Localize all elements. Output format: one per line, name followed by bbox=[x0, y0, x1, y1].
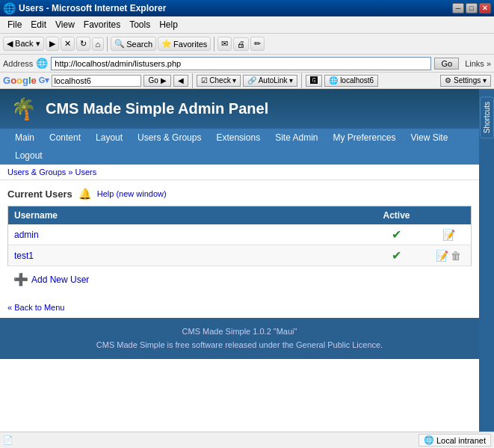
current-users-heading: Current Users bbox=[7, 188, 72, 200]
table-row: test1 ✔ 📝 🗑 bbox=[8, 245, 472, 266]
menu-bar: File Edit View Favorites Tools Help bbox=[0, 16, 494, 34]
active-cell-admin: ✔ bbox=[367, 224, 427, 245]
breadcrumb-separator: » bbox=[68, 168, 75, 177]
nav-users-groups[interactable]: Users & Groups bbox=[130, 129, 209, 147]
menu-file[interactable]: File bbox=[3, 18, 26, 31]
home-button[interactable]: ⌂ bbox=[92, 37, 105, 51]
google-g-icon: G▾ bbox=[39, 76, 50, 85]
menu-tools[interactable]: Tools bbox=[125, 18, 155, 31]
stop-button[interactable]: ✕ bbox=[61, 37, 75, 51]
localhost6-button[interactable]: 🌐 localhost6 bbox=[324, 75, 378, 87]
add-user-row: ➕ Add New User bbox=[7, 266, 472, 292]
google-back-button[interactable]: ◀ bbox=[173, 75, 188, 87]
user-link-admin[interactable]: admin bbox=[14, 230, 39, 240]
cms-nav: Main Content Layout Users & Groups Exten… bbox=[0, 129, 479, 165]
help-link[interactable]: Help (new window) bbox=[97, 189, 167, 198]
edit-icon-admin[interactable]: 📝 bbox=[442, 229, 455, 241]
edit-button[interactable]: ✏ bbox=[250, 37, 265, 51]
status-zone: 🌐 Local intranet bbox=[419, 434, 491, 447]
help-icon: 🔔 bbox=[78, 188, 91, 200]
content-area: Current Users 🔔 Help (new window) Userna… bbox=[0, 180, 479, 300]
search-button[interactable]: 🔍 Search bbox=[111, 37, 156, 51]
menu-edit[interactable]: Edit bbox=[26, 18, 51, 31]
mail-button[interactable]: ✉ bbox=[217, 37, 232, 51]
add-new-user-link[interactable]: Add New User bbox=[31, 274, 89, 285]
users-table: Username Active admin ✔ 📝 bbox=[7, 206, 472, 266]
links-label: Links » bbox=[465, 59, 491, 68]
nav-site-admin[interactable]: Site Admin bbox=[268, 129, 325, 147]
table-header-active: Active bbox=[367, 206, 427, 225]
shortcuts-tab[interactable]: Shortcuts bbox=[480, 96, 494, 138]
status-zone-label: Local intranet bbox=[436, 436, 486, 445]
nav-view-site[interactable]: View Site bbox=[404, 129, 456, 147]
toolbar-separator-1 bbox=[107, 37, 108, 52]
print-button[interactable]: 🖨 bbox=[233, 37, 249, 51]
favorites-button[interactable]: ⭐ Favorites bbox=[158, 37, 211, 51]
menu-favorites[interactable]: Favorites bbox=[79, 18, 125, 31]
actions-cell-test1: 📝 🗑 bbox=[427, 245, 472, 266]
status-page-icon: 📄 bbox=[3, 435, 13, 445]
breadcrumb-users: Users bbox=[75, 168, 97, 177]
google-separator-1 bbox=[192, 73, 193, 88]
nav-main[interactable]: Main bbox=[7, 129, 42, 147]
google-separator-2 bbox=[301, 73, 302, 88]
refresh-button[interactable]: ↻ bbox=[76, 37, 90, 51]
minimize-button[interactable]: ─ bbox=[452, 3, 464, 13]
toolbar-separator-2 bbox=[214, 37, 214, 52]
help-suffix: (new window) bbox=[116, 189, 166, 198]
google-search-input[interactable] bbox=[52, 75, 141, 87]
table-header-username: Username bbox=[8, 206, 367, 225]
nav-layout[interactable]: Layout bbox=[88, 129, 130, 147]
nav-content[interactable]: Content bbox=[42, 129, 88, 147]
cms-wrapper: 🌴 CMS Made Simple Admin Panel Main Conte… bbox=[0, 89, 494, 448]
section-header: Current Users 🔔 Help (new window) bbox=[7, 188, 472, 200]
cms-header: 🌴 CMS Made Simple Admin Panel bbox=[0, 89, 479, 129]
footer-line2: CMS Made Simple is free software release… bbox=[7, 339, 472, 352]
close-button[interactable]: ✕ bbox=[479, 3, 491, 13]
window-icon: 🌐 bbox=[3, 2, 16, 14]
delete-icon-test1[interactable]: 🗑 bbox=[451, 250, 461, 262]
google-icon-button[interactable]: 🅶 bbox=[306, 75, 322, 87]
active-cell-test1: ✔ bbox=[367, 245, 427, 266]
nav-my-preferences[interactable]: My Preferences bbox=[326, 129, 404, 147]
username-cell-admin: admin bbox=[8, 224, 367, 245]
breadcrumb-users-groups[interactable]: Users & Groups bbox=[7, 168, 66, 177]
autolink-button[interactable]: 🔗 AutoLink ▾ bbox=[243, 75, 297, 87]
status-left: 📄 bbox=[3, 435, 13, 445]
menu-view[interactable]: View bbox=[51, 18, 79, 31]
table-header-actions bbox=[427, 206, 472, 225]
address-input[interactable] bbox=[51, 57, 431, 70]
google-go-button[interactable]: Go ▶ bbox=[143, 75, 170, 87]
nav-logout[interactable]: Logout bbox=[7, 147, 50, 165]
settings-button[interactable]: ⚙ Settings ▾ bbox=[440, 75, 491, 87]
user-link-test1[interactable]: test1 bbox=[14, 251, 34, 261]
menu-help[interactable]: Help bbox=[155, 18, 182, 31]
back-to-menu-link[interactable]: « Back to Menu bbox=[7, 303, 64, 312]
cms-main-content: 🌴 CMS Made Simple Admin Panel Main Conte… bbox=[0, 89, 479, 448]
google-toolbar: Google G▾ Go ▶ ◀ ☑ Check ▾ 🔗 AutoLink ▾ … bbox=[0, 73, 494, 89]
cms-logo-icon: 🌴 bbox=[10, 96, 37, 121]
back-to-menu: « Back to Menu bbox=[0, 300, 479, 318]
address-icon: 🌐 bbox=[36, 58, 48, 69]
nav-extensions[interactable]: Extensions bbox=[209, 129, 268, 147]
window-controls: ─ □ ✕ bbox=[452, 3, 491, 13]
address-bar: Address 🌐 Go Links » bbox=[0, 55, 494, 73]
edit-icon-test1[interactable]: 📝 bbox=[436, 250, 448, 262]
cms-title: CMS Made Simple Admin Panel bbox=[46, 100, 268, 117]
check-button[interactable]: ☑ Check ▾ bbox=[197, 75, 241, 87]
active-checkmark-admin: ✔ bbox=[392, 228, 401, 241]
cms-footer: CMS Made Simple 1.0.2 "Maui" CMS Made Si… bbox=[0, 318, 479, 359]
window-titlebar: 🌐 Users - Microsoft Internet Explorer ─ … bbox=[0, 0, 494, 16]
breadcrumb: Users & Groups » Users bbox=[0, 165, 479, 180]
forward-button[interactable]: ▶ bbox=[46, 37, 59, 51]
go-button[interactable]: Go bbox=[434, 58, 459, 70]
shortcuts-sidebar: Shortcuts bbox=[479, 89, 494, 448]
status-right: 🌐 Local intranet bbox=[419, 434, 491, 447]
back-button[interactable]: ◀ Back ▾ bbox=[3, 37, 44, 51]
address-label: Address bbox=[3, 59, 33, 68]
maximize-button[interactable]: □ bbox=[466, 3, 478, 13]
window-title: Users - Microsoft Internet Explorer bbox=[19, 3, 166, 13]
footer-line1: CMS Made Simple 1.0.2 "Maui" bbox=[7, 325, 472, 339]
active-checkmark-test1: ✔ bbox=[392, 249, 401, 262]
browser-toolbar: ◀ Back ▾ ▶ ✕ ↻ ⌂ 🔍 Search ⭐ Favorites ✉ … bbox=[0, 34, 494, 55]
